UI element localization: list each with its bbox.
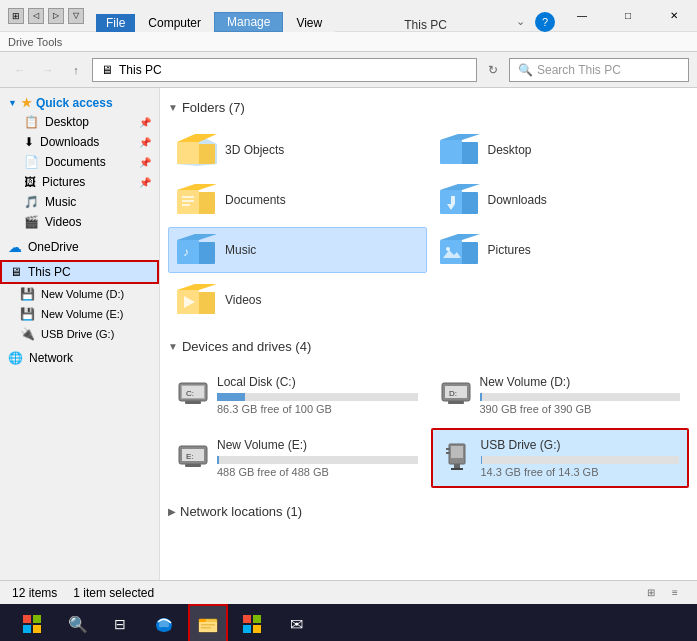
drive-d-bar-fill [480, 393, 482, 401]
drive-item-e[interactable]: E: New Volume (E:) 488 GB free of 488 GB [168, 428, 427, 488]
videos-folder-icon: 🎬 [24, 215, 39, 229]
svg-rect-12 [182, 204, 190, 206]
edge-browser-btn[interactable] [144, 604, 184, 641]
folders-chevron-icon: ▼ [168, 102, 178, 113]
status-right: ⊞ ≡ [641, 583, 685, 603]
folder-item-desktop[interactable]: Desktop [431, 127, 690, 173]
ribbon-content: Drive Tools [0, 32, 697, 52]
drive-e-info: New Volume (E:) 488 GB free of 488 GB [217, 438, 418, 478]
large-icons-view-btn[interactable]: ⊞ [641, 583, 661, 603]
start-button[interactable] [8, 604, 56, 641]
sidebar-drive-e-label: New Volume (E:) [41, 308, 124, 320]
drive-d-bar-bg [480, 393, 681, 401]
taskbar-search-btn[interactable]: 🔍 [60, 606, 96, 641]
drive-d-icon: D: [440, 379, 472, 411]
folder-item-3dobjects[interactable]: 3D Objects [168, 127, 427, 173]
svg-marker-23 [440, 234, 480, 240]
search-box[interactable]: 🔍 Search This PC [509, 58, 689, 82]
file-tab[interactable]: File [96, 14, 135, 32]
sidebar-section-quickaccess[interactable]: ▼ ★ Quick access [0, 92, 159, 112]
sidebar-drive-e[interactable]: 💾 New Volume (E:) [0, 304, 159, 324]
tab-computer[interactable]: Computer [135, 13, 214, 32]
svg-marker-6 [440, 134, 480, 140]
svg-marker-3 [177, 134, 217, 142]
svg-rect-49 [23, 615, 31, 623]
pin-icon3: 📌 [139, 157, 151, 168]
drive-item-g[interactable]: USB Drive (G:) 14.3 GB free of 14.3 GB [431, 428, 690, 488]
drive-e-space: 488 GB free of 488 GB [217, 466, 418, 478]
sidebar-desktop-label: Desktop [45, 115, 89, 129]
folder-item-downloads[interactable]: Downloads [431, 177, 690, 223]
down-icon[interactable]: ▽ [68, 8, 84, 24]
drive-g-icon: 🔌 [20, 327, 35, 341]
svg-rect-59 [201, 624, 215, 626]
maximize-btn[interactable]: □ [605, 0, 651, 32]
svg-rect-10 [182, 196, 194, 198]
sidebar-drive-g[interactable]: 🔌 USB Drive (G:) [0, 324, 159, 344]
sidebar-item-onedrive[interactable]: ☁ OneDrive [0, 236, 159, 258]
folder-music-icon: ♪ [177, 234, 217, 266]
folders-section-header[interactable]: ▼ Folders (7) [168, 96, 689, 119]
sidebar-item-documents[interactable]: 📄 Documents 📌 [0, 152, 159, 172]
folder-item-videos[interactable]: Videos [168, 277, 427, 323]
tab-view[interactable]: View [283, 13, 335, 32]
mail-taskbar-btn[interactable]: ✉ [276, 604, 316, 641]
pin-icon2: 📌 [139, 137, 151, 148]
downloads-folder-icon: ⬇ [24, 135, 34, 149]
drive-e-bar-bg [217, 456, 418, 464]
store-taskbar-btn[interactable] [232, 604, 272, 641]
details-view-btn[interactable]: ≡ [665, 583, 685, 603]
drive-item-d[interactable]: D: New Volume (D:) 390 GB free of 390 GB [431, 366, 690, 424]
quick-access-icon[interactable]: ⊞ [8, 8, 24, 24]
sidebar-item-network[interactable]: 🌐 Network [0, 348, 159, 368]
svg-rect-63 [243, 625, 251, 633]
items-count: 12 items [12, 586, 57, 600]
drive-tools-label: Drive Tools [8, 36, 62, 48]
folder-3dobjects-label: 3D Objects [225, 143, 284, 157]
sidebar-drive-d[interactable]: 💾 New Volume (D:) [0, 284, 159, 304]
drive-e-name: New Volume (E:) [217, 438, 418, 452]
up-btn[interactable]: ↑ [64, 58, 88, 82]
folder-item-documents[interactable]: Documents [168, 177, 427, 223]
folder-3dobjects-icon [177, 134, 217, 166]
quick-access-label: Quick access [36, 96, 113, 110]
svg-rect-50 [33, 615, 41, 623]
minimize-btn[interactable]: — [559, 0, 605, 32]
folder-item-pictures[interactable]: Pictures [431, 227, 690, 273]
refresh-btn[interactable]: ↻ [481, 58, 505, 82]
drive-item-c[interactable]: C: Local Disk (C:) 86.3 GB free of 100 G… [168, 366, 427, 424]
sidebar-item-desktop[interactable]: 📋 Desktop 📌 [0, 112, 159, 132]
address-path[interactable]: 🖥 This PC [92, 58, 477, 82]
help-btn[interactable]: ? [535, 12, 555, 32]
drives-chevron-icon: ▼ [168, 341, 178, 352]
drive-e-icon: 💾 [20, 307, 35, 321]
network-section-header[interactable]: ▶ Network locations (1) [168, 500, 689, 523]
sidebar-item-music[interactable]: 🎵 Music [0, 192, 159, 212]
sidebar-item-downloads[interactable]: ⬇ Downloads 📌 [0, 132, 159, 152]
folder-item-music[interactable]: ♪ Music [168, 227, 427, 273]
sidebar-videos-label: Videos [45, 215, 81, 229]
sidebar-item-pictures[interactable]: 🖼 Pictures 📌 [0, 172, 159, 192]
sidebar-drive-d-label: New Volume (D:) [41, 288, 124, 300]
svg-rect-5 [440, 140, 462, 164]
tab-manage[interactable]: Manage [214, 12, 283, 32]
file-explorer-taskbar-btn[interactable] [188, 604, 228, 641]
sidebar-item-thispc[interactable]: 🖥 This PC [0, 260, 159, 284]
drives-section-header[interactable]: ▼ Devices and drives (4) [168, 335, 689, 358]
svg-rect-45 [454, 464, 460, 468]
task-view-btn[interactable]: ⊟ [100, 604, 140, 641]
collapse-ribbon-btn[interactable]: ⌄ [516, 15, 525, 28]
sidebar: ▼ ★ Quick access 📋 Desktop 📌 ⬇ Downloads… [0, 88, 160, 580]
drive-d-name: New Volume (D:) [480, 375, 681, 389]
back-btn[interactable]: ← [8, 58, 32, 82]
sidebar-item-videos[interactable]: 🎬 Videos [0, 212, 159, 232]
thispc-icon: 🖥 [10, 265, 22, 279]
close-btn[interactable]: ✕ [651, 0, 697, 32]
back-icon[interactable]: ◁ [28, 8, 44, 24]
drive-c-bar-bg [217, 393, 418, 401]
forward-btn[interactable]: → [36, 58, 60, 82]
onedrive-icon: ☁ [8, 239, 22, 255]
svg-rect-64 [253, 625, 261, 633]
drive-g-bar-bg [481, 456, 680, 464]
forward-icon[interactable]: ▷ [48, 8, 64, 24]
